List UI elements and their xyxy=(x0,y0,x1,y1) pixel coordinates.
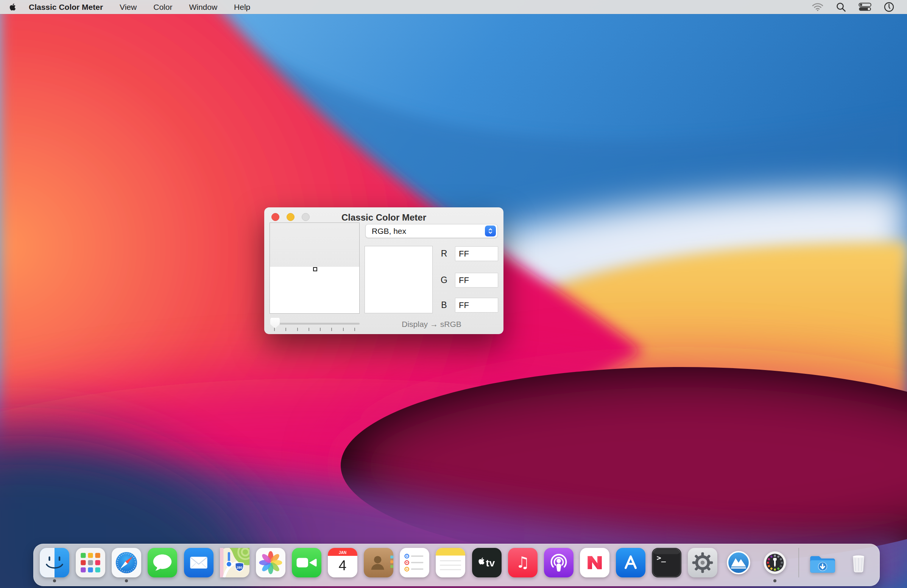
dock-item-news[interactable] xyxy=(580,548,609,584)
mountain-app-icon xyxy=(724,548,753,577)
dock: 280 JAN xyxy=(33,544,880,586)
dock-item-mail[interactable] xyxy=(184,548,213,584)
classic-color-meter-icon xyxy=(760,548,790,577)
podcasts-icon xyxy=(544,548,574,577)
news-icon xyxy=(580,548,609,577)
dock-item-classic-color-meter[interactable] xyxy=(760,548,790,584)
window-title: Classic Color Meter xyxy=(264,212,503,223)
mail-icon xyxy=(184,548,213,577)
downloads-folder-icon xyxy=(808,548,837,577)
blue-label: B xyxy=(436,300,452,310)
dock-divider xyxy=(796,548,801,584)
tv-glyph: tv xyxy=(486,558,495,569)
menu-window[interactable]: Window xyxy=(189,3,217,12)
photos-icon xyxy=(256,548,285,577)
dock-item-messages[interactable] xyxy=(147,548,177,584)
dock-item-app-store[interactable] xyxy=(616,548,646,584)
calendar-day-label: 4 xyxy=(339,558,347,573)
terminal-icon: >_ xyxy=(652,548,681,577)
facetime-icon xyxy=(292,548,321,577)
aperture-slider-track[interactable] xyxy=(272,323,360,324)
classic-color-meter-window: Classic Color Meter RGB, hex R G B Displ… xyxy=(264,207,503,334)
magnified-pixels-region xyxy=(270,223,359,267)
green-value-field[interactable] xyxy=(455,273,498,288)
dock-item-downloads[interactable] xyxy=(808,548,837,584)
magnifier-preview[interactable] xyxy=(269,222,360,314)
dock-item-finder[interactable] xyxy=(40,548,69,584)
dock-item-tv[interactable]: tv xyxy=(472,548,502,584)
wifi-icon[interactable] xyxy=(812,3,823,11)
blue-value-field[interactable] xyxy=(455,298,498,313)
menu-view[interactable]: View xyxy=(120,3,137,12)
dock-item-reminders[interactable] xyxy=(400,548,429,584)
green-label: G xyxy=(436,275,452,285)
dock-item-launchpad[interactable] xyxy=(76,548,105,584)
finder-icon xyxy=(40,548,69,577)
aperture-square xyxy=(313,267,317,271)
dock-item-contacts[interactable] xyxy=(364,548,393,584)
spotlight-search-icon[interactable] xyxy=(836,2,846,12)
dock-item-trash[interactable] xyxy=(844,548,873,584)
launchpad-icon xyxy=(76,548,105,577)
terminal-prompt-glyph: >_ xyxy=(657,553,666,562)
dock-item-safari[interactable] xyxy=(112,548,141,584)
calendar-icon: JAN 4 xyxy=(328,548,357,577)
maps-icon: 280 xyxy=(220,548,250,577)
dock-item-music[interactable]: ♫ xyxy=(508,548,538,584)
notes-icon xyxy=(436,548,465,577)
control-center-icon[interactable] xyxy=(859,3,872,11)
system-preferences-icon xyxy=(688,548,717,577)
color-swatch xyxy=(365,246,433,313)
colorspace-footer: Display → sRGB xyxy=(365,320,498,329)
reminders-icon xyxy=(400,548,429,577)
red-label: R xyxy=(436,249,452,259)
mode-popup-value: RGB, hex xyxy=(366,224,497,238)
dock-divider-line xyxy=(798,548,799,577)
menu-bar: Classic Color Meter View Color Window He… xyxy=(0,0,907,14)
messages-icon xyxy=(147,548,177,577)
dock-item-facetime[interactable] xyxy=(292,548,321,584)
dock-item-calendar[interactable]: JAN 4 xyxy=(328,548,357,584)
aperture-slider-knob[interactable] xyxy=(270,318,280,328)
apple-menu-icon[interactable] xyxy=(10,3,16,11)
menu-color[interactable]: Color xyxy=(153,3,172,12)
music-note-glyph: ♫ xyxy=(516,553,529,571)
dock-item-mountain-app[interactable] xyxy=(724,548,753,584)
app-store-icon xyxy=(616,548,646,577)
popup-stepper-icon xyxy=(485,225,496,236)
maps-shield-label: 280 xyxy=(236,566,242,569)
clock-icon[interactable] xyxy=(884,2,894,12)
dock-item-system-preferences[interactable] xyxy=(688,548,717,584)
music-icon: ♫ xyxy=(508,548,538,577)
aperture-slider-ticks xyxy=(274,328,355,331)
menu-help[interactable]: Help xyxy=(234,3,250,12)
dock-item-notes[interactable] xyxy=(436,548,465,584)
dock-item-podcasts[interactable] xyxy=(544,548,574,584)
red-value-field[interactable] xyxy=(455,246,498,261)
mode-popup-button[interactable]: RGB, hex xyxy=(365,224,498,238)
dock-item-maps[interactable]: 280 xyxy=(220,548,250,584)
calendar-month-label: JAN xyxy=(339,551,346,555)
tv-icon: tv xyxy=(472,548,502,577)
dock-item-photos[interactable] xyxy=(256,548,285,584)
dock-item-terminal[interactable]: >_ xyxy=(652,548,681,584)
safari-icon xyxy=(112,548,141,577)
menu-app-name[interactable]: Classic Color Meter xyxy=(29,3,103,12)
contacts-icon xyxy=(364,548,393,577)
trash-icon xyxy=(844,548,873,577)
